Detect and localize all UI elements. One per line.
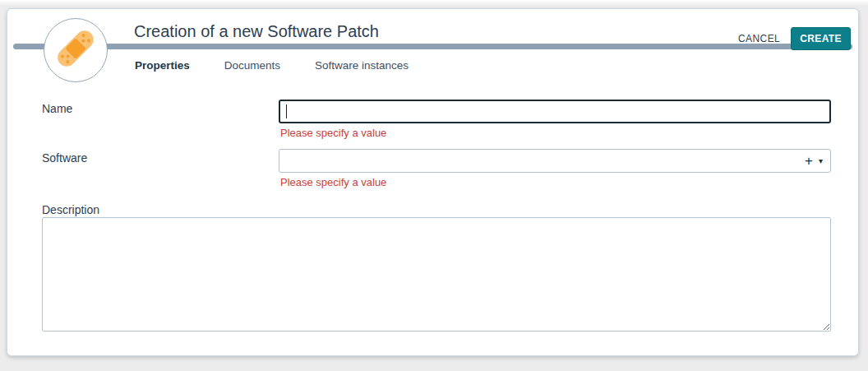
tab-bar: Properties Documents Software instances xyxy=(128,56,415,75)
creation-form-card: Creation of a new Software Patch CANCEL … xyxy=(7,8,859,356)
software-select-field[interactable]: + ▾ xyxy=(279,149,831,173)
caret-down-icon[interactable]: ▾ xyxy=(819,157,823,165)
top-page-shadow xyxy=(0,0,868,6)
plus-icon[interactable]: + xyxy=(805,154,813,168)
description-label: Description xyxy=(42,203,99,216)
name-label: Name xyxy=(42,102,72,115)
page-title: Creation of a new Software Patch xyxy=(134,22,379,41)
software-error-message: Please specify a value xyxy=(280,176,386,188)
cancel-button[interactable]: CANCEL xyxy=(738,33,780,44)
software-input[interactable] xyxy=(279,150,805,172)
name-input[interactable] xyxy=(279,100,831,123)
software-field-icons: + ▾ xyxy=(805,154,830,168)
tab-software-instances[interactable]: Software instances xyxy=(308,56,415,75)
tab-documents[interactable]: Documents xyxy=(218,56,287,75)
tab-properties[interactable]: Properties xyxy=(128,56,196,75)
name-error-message: Please specify a value xyxy=(280,127,386,139)
header-accent-bar xyxy=(13,44,852,49)
create-button[interactable]: CREATE xyxy=(791,27,851,50)
description-textarea[interactable] xyxy=(42,217,831,332)
text-cursor xyxy=(286,104,287,118)
header-actions: CANCEL CREATE xyxy=(738,27,851,50)
software-label: Software xyxy=(42,151,87,165)
name-input-wrap xyxy=(279,100,831,123)
avatar xyxy=(44,18,108,82)
bandage-icon xyxy=(52,25,99,76)
